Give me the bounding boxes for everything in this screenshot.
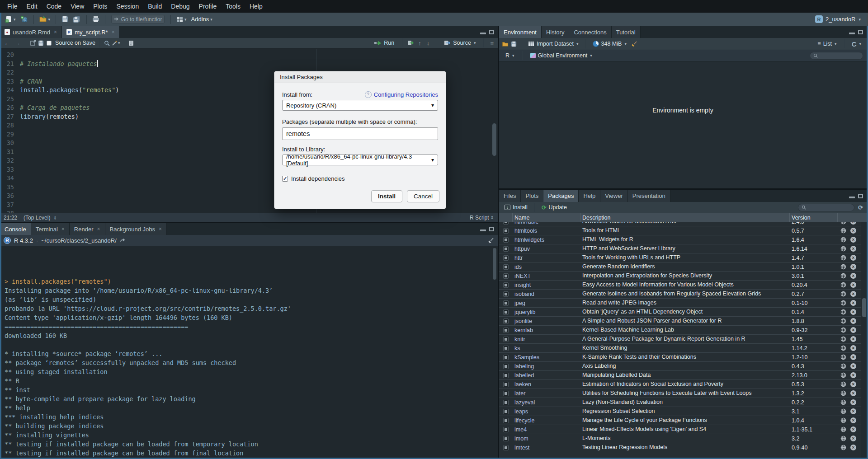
install-dependencies-checkbox[interactable]: ✓ bbox=[282, 176, 288, 182]
package-website-icon[interactable] bbox=[840, 273, 846, 279]
remove-package-icon[interactable]: × bbox=[850, 436, 856, 441]
package-checkbox[interactable] bbox=[503, 264, 509, 270]
source-on-save-checkbox[interactable] bbox=[47, 41, 52, 46]
forward-icon[interactable]: → bbox=[13, 40, 22, 47]
package-website-icon[interactable] bbox=[840, 291, 846, 297]
tab-connections[interactable]: Connections bbox=[569, 26, 611, 38]
package-name-link[interactable]: iNEXT bbox=[513, 273, 580, 279]
package-name-link[interactable]: lazyeval bbox=[513, 399, 580, 406]
package-name-link[interactable]: insight bbox=[513, 282, 580, 288]
source-button[interactable]: Source ▾ bbox=[441, 39, 478, 47]
go-next-chunk-icon[interactable]: ↓ bbox=[425, 40, 431, 47]
rerun-icon[interactable] bbox=[407, 40, 414, 46]
document-outline-icon[interactable]: ≡ bbox=[489, 40, 495, 47]
package-checkbox[interactable] bbox=[503, 373, 509, 378]
remove-package-icon[interactable]: × bbox=[850, 390, 856, 396]
tab-plots[interactable]: Plots bbox=[521, 190, 543, 202]
package-name-link[interactable]: jsonlite bbox=[513, 318, 580, 324]
remove-package-icon[interactable]: × bbox=[850, 363, 856, 369]
package-name-link[interactable]: lmom bbox=[513, 436, 580, 442]
maximize-pane-icon[interactable] bbox=[858, 194, 863, 198]
save-button[interactable] bbox=[60, 15, 70, 23]
remove-package-icon[interactable]: × bbox=[850, 372, 856, 378]
import-dataset-button[interactable]: Import Dataset ▾ bbox=[525, 40, 581, 47]
go-to-file-input[interactable]: Go to file/function bbox=[111, 15, 165, 23]
package-name-link[interactable]: leaps bbox=[513, 408, 580, 415]
language-selector[interactable]: R ▾ bbox=[503, 52, 517, 59]
install-packages-button[interactable]: ↓ Install bbox=[502, 204, 530, 211]
remove-package-icon[interactable]: × bbox=[850, 445, 856, 450]
console-output[interactable]: > install.packages("remotes")Installing … bbox=[0, 246, 498, 458]
package-website-icon[interactable] bbox=[840, 345, 846, 351]
remove-package-icon[interactable]: × bbox=[850, 291, 856, 297]
save-script-icon[interactable] bbox=[38, 40, 44, 46]
package-name-link[interactable]: labeling bbox=[513, 363, 580, 370]
package-website-icon[interactable] bbox=[840, 222, 846, 225]
library-select[interactable]: /home/usuario/R/x86_64-pc-linux-gnu-libr… bbox=[282, 155, 438, 165]
package-website-icon[interactable] bbox=[840, 390, 846, 396]
tab-usandoR-rmd[interactable]: ● usandoR.Rmd × bbox=[0, 26, 62, 38]
menu-item[interactable]: Plots bbox=[89, 0, 112, 13]
package-website-icon[interactable] bbox=[840, 264, 846, 270]
help-icon[interactable]: ? bbox=[365, 91, 372, 98]
package-checkbox[interactable] bbox=[503, 445, 509, 450]
install-from-select[interactable]: Repository (CRAN) ▾ bbox=[282, 100, 438, 111]
package-name-link[interactable]: kernlab bbox=[513, 327, 580, 333]
close-tab-icon[interactable]: × bbox=[97, 226, 100, 232]
menu-item[interactable]: File bbox=[3, 0, 22, 13]
header-description[interactable]: Description bbox=[580, 213, 790, 222]
tab-viewer[interactable]: Viewer bbox=[600, 190, 628, 202]
package-checkbox[interactable] bbox=[503, 273, 509, 279]
remove-package-icon[interactable]: × bbox=[850, 381, 856, 387]
remove-package-icon[interactable]: × bbox=[850, 345, 856, 351]
tab-packages[interactable]: Packages bbox=[543, 190, 579, 202]
package-website-icon[interactable] bbox=[840, 436, 846, 441]
package-website-icon[interactable] bbox=[840, 300, 846, 306]
go-prev-chunk-icon[interactable]: ↑ bbox=[417, 40, 423, 47]
packages-search-input[interactable] bbox=[798, 204, 854, 211]
tab-my-script-r[interactable]: R my_script.R* × bbox=[62, 26, 120, 38]
remove-package-icon[interactable]: × bbox=[850, 246, 856, 252]
remove-package-icon[interactable]: × bbox=[850, 222, 856, 225]
print-button[interactable] bbox=[91, 15, 101, 23]
packages-input[interactable]: remotes bbox=[282, 127, 438, 140]
tab-tutorial[interactable]: Tutorial bbox=[612, 26, 641, 38]
menu-item[interactable]: Debug bbox=[166, 0, 194, 13]
minimize-pane-icon[interactable] bbox=[849, 33, 855, 34]
remove-package-icon[interactable]: × bbox=[850, 228, 856, 234]
package-name-link[interactable]: laeken bbox=[513, 381, 580, 388]
editor-scrollbar[interactable] bbox=[492, 123, 496, 156]
tab-console[interactable]: Console bbox=[0, 223, 31, 235]
package-name-link[interactable]: lmtest bbox=[513, 445, 580, 451]
package-website-icon[interactable] bbox=[840, 381, 846, 387]
package-name-link[interactable]: isoband bbox=[513, 291, 580, 297]
package-checkbox[interactable] bbox=[503, 427, 509, 432]
package-website-icon[interactable] bbox=[840, 336, 846, 342]
package-website-icon[interactable] bbox=[840, 228, 846, 234]
package-name-link[interactable]: htmlwidgets bbox=[513, 237, 580, 243]
menu-item[interactable]: Code bbox=[42, 0, 66, 13]
remove-package-icon[interactable]: × bbox=[850, 300, 856, 306]
save-all-button[interactable] bbox=[71, 15, 82, 24]
tab-presentation[interactable]: Presentation bbox=[628, 190, 670, 202]
find-replace-icon[interactable] bbox=[104, 40, 110, 46]
tab-terminal[interactable]: Terminal × bbox=[31, 223, 70, 235]
package-checkbox[interactable] bbox=[503, 337, 509, 342]
update-packages-button[interactable]: ⟳ Update bbox=[539, 204, 570, 211]
save-workspace-icon[interactable] bbox=[511, 41, 517, 47]
run-button[interactable]: Run bbox=[372, 39, 397, 47]
console-scrollbar[interactable] bbox=[493, 248, 496, 280]
pane-layout-button[interactable]: ▾ bbox=[175, 15, 188, 23]
tab-help[interactable]: Help bbox=[579, 190, 600, 202]
minimize-pane-icon[interactable] bbox=[480, 33, 486, 34]
maximize-pane-icon[interactable] bbox=[489, 30, 494, 34]
minimize-pane-icon[interactable] bbox=[480, 230, 486, 231]
remove-package-icon[interactable]: × bbox=[850, 309, 856, 315]
package-website-icon[interactable] bbox=[840, 309, 846, 315]
working-directory[interactable]: ~/cursoR/clases/2_usandoR/ bbox=[41, 237, 117, 244]
package-website-icon[interactable] bbox=[840, 426, 846, 432]
menu-item[interactable]: Profile bbox=[194, 0, 222, 13]
clear-environment-icon[interactable] bbox=[631, 41, 637, 47]
configuring-repositories-link[interactable]: Configuring Repositories bbox=[374, 91, 438, 98]
maximize-pane-icon[interactable] bbox=[858, 30, 863, 34]
